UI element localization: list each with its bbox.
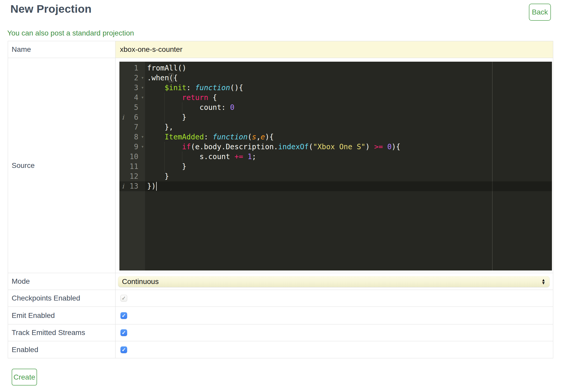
code-line-1[interactable]: 1fromAll() [119,63,552,73]
page-title: New Projection [10,3,91,15]
text-cursor [156,182,157,191]
source-label: Source [8,58,116,273]
line-number: 3 [134,83,138,92]
code-line-10[interactable]: 10 s.count += 1; [119,152,552,162]
line-number: 4 [134,93,138,102]
mode-label: Mode [8,273,116,290]
checkpoints-row: Checkpoints Enabled ✓ [8,290,553,307]
track-checkbox[interactable]: ✓ [120,329,127,336]
enabled-label: Enabled [8,341,116,358]
code-text: }, [145,122,173,132]
fold-arrow-icon[interactable]: ▾ [141,92,144,102]
select-arrows-icon: ▲▼ [541,279,545,284]
code-line-11[interactable]: 11 } [119,162,552,172]
code-text: ItemAdded: function(s,e){ [145,132,274,142]
fold-arrow-icon[interactable]: ▾ [141,73,144,82]
info-icon: i [122,181,124,191]
code-line-6[interactable]: i6 } [119,112,552,122]
gutter-cell: 4▾ [119,93,145,103]
checkpoints-label: Checkpoints Enabled [8,290,116,307]
gutter-cell: 8▾ [119,132,145,142]
gutter-cell: 11 [119,162,145,172]
fold-arrow-icon[interactable]: ▾ [141,141,144,151]
code-text: if(e.body.Description.indexOf("Xbox One … [145,142,400,152]
gutter-cell: i6 [119,112,145,122]
code-text: }) [145,181,156,191]
gutter-cell: 1 [119,63,145,73]
checkpoints-checkbox: ✓ [120,295,127,302]
track-row: Track Emitted Streams ✓ [8,324,553,341]
code-line-3[interactable]: 3▾ $init: function(){ [119,83,552,93]
enabled-checkbox[interactable]: ✓ [120,346,127,353]
projection-form: Name xbox-one-s-counter Source 1fromAll(… [8,41,553,358]
code-text: return { [145,93,217,103]
code-line-12[interactable]: 12 } [119,172,552,181]
name-input[interactable]: xbox-one-s-counter [116,41,553,58]
code-line-4[interactable]: 4▾ return { [119,93,552,103]
mode-select[interactable]: Continuous ▲▼ [118,276,550,287]
code-text: $init: function(){ [145,83,243,93]
gutter-cell: 9▾ [119,142,145,152]
code-text: count: 0 [145,103,234,112]
code-text: s.count += 1; [145,152,256,162]
gutter-cell: i13 [119,181,145,191]
name-row: Name xbox-one-s-counter [8,41,553,58]
track-label: Track Emitted Streams [8,324,116,341]
code-text: } [145,172,169,181]
line-number: 1 [134,64,138,72]
line-number: 8 [134,133,138,141]
name-label: Name [8,41,116,58]
line-number: 12 [130,172,138,181]
fold-arrow-icon[interactable]: ▾ [141,82,144,92]
line-number: 2 [134,74,138,82]
fold-arrow-icon[interactable]: ▾ [141,132,144,141]
code-text: fromAll() [145,63,186,73]
line-number: 10 [130,152,138,161]
emit-row: Emit Enabled ✓ [8,307,553,324]
enabled-row: Enabled ✓ [8,341,553,358]
code-line-2[interactable]: 2▾.when({ [119,73,552,83]
code-text: .when({ [145,73,178,83]
create-button[interactable]: Create [12,369,37,386]
gutter-cell: 10 [119,152,145,162]
editor-lines: 1fromAll()2▾.when({3▾ $init: function(){… [119,63,552,191]
gutter-cell: 12 [119,172,145,181]
line-number: 13 [130,182,138,190]
code-line-7[interactable]: 7 }, [119,122,552,132]
back-button[interactable]: Back [529,4,551,21]
gutter-cell: 3▾ [119,83,145,93]
code-line-9[interactable]: 9▾ if(e.body.Description.indexOf("Xbox O… [119,142,552,152]
gutter-cell: 5 [119,103,145,112]
line-number: 7 [134,123,138,131]
line-number: 9 [134,142,138,151]
code-line-5[interactable]: 5 count: 0 [119,103,552,112]
source-row: Source 1fromAll()2▾.when({3▾ $init: func… [8,58,553,273]
mode-row: Mode Continuous ▲▼ [8,273,553,290]
line-number: 5 [134,103,138,112]
mode-select-value: Continuous [122,277,159,286]
source-code-editor[interactable]: 1fromAll()2▾.when({3▾ $init: function(){… [119,62,552,270]
emit-checkbox[interactable]: ✓ [120,312,127,319]
code-text: } [145,162,186,172]
gutter-cell: 7 [119,122,145,132]
code-text: } [145,112,186,122]
emit-label: Emit Enabled [8,307,116,324]
gutter-cell: 2▾ [119,73,145,83]
code-line-8[interactable]: 8▾ ItemAdded: function(s,e){ [119,132,552,142]
standard-projection-link[interactable]: You can also post a standard projection [7,29,134,37]
info-icon: i [122,112,124,122]
line-number: 11 [130,162,138,171]
code-line-13[interactable]: i13}) [119,181,552,191]
line-number: 6 [134,113,138,122]
